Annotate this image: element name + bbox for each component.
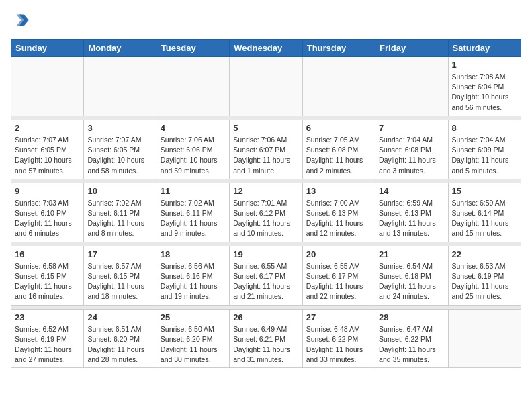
day-number: 11 [161, 186, 226, 196]
day-number: 28 [379, 312, 444, 322]
calendar-cell [302, 57, 375, 116]
calendar-cell: 23Sunrise: 6:52 AM Sunset: 6:19 PM Dayli… [11, 309, 84, 368]
calendar-week-row: 9Sunrise: 7:03 AM Sunset: 6:10 PM Daylig… [11, 183, 521, 242]
calendar-cell: 15Sunrise: 6:59 AM Sunset: 6:14 PM Dayli… [448, 183, 521, 242]
day-info: Sunrise: 7:06 AM Sunset: 6:06 PM Dayligh… [161, 135, 226, 176]
weekday-header-monday: Monday [84, 40, 157, 57]
logo [11, 11, 30, 34]
calendar-week-row: 2Sunrise: 7:07 AM Sunset: 6:05 PM Daylig… [11, 120, 521, 179]
day-number: 23 [15, 312, 80, 322]
day-info: Sunrise: 7:03 AM Sunset: 6:10 PM Dayligh… [15, 198, 80, 239]
day-number: 25 [161, 312, 226, 322]
day-info: Sunrise: 6:55 AM Sunset: 6:17 PM Dayligh… [306, 261, 371, 302]
day-number: 27 [306, 312, 371, 322]
calendar-cell [230, 57, 302, 116]
day-number: 12 [233, 186, 298, 196]
day-number: 2 [15, 123, 80, 133]
weekday-header-friday: Friday [375, 40, 448, 57]
weekday-header-thursday: Thursday [302, 40, 375, 57]
day-number: 8 [452, 123, 517, 133]
day-number: 6 [306, 123, 371, 133]
day-number: 19 [233, 249, 298, 259]
day-number: 17 [87, 249, 152, 259]
day-info: Sunrise: 7:01 AM Sunset: 6:12 PM Dayligh… [233, 198, 298, 239]
day-info: Sunrise: 6:56 AM Sunset: 6:16 PM Dayligh… [161, 261, 226, 302]
calendar-week-row: 23Sunrise: 6:52 AM Sunset: 6:19 PM Dayli… [11, 309, 521, 368]
weekday-header-saturday: Saturday [448, 40, 521, 57]
day-number: 16 [15, 249, 80, 259]
day-number: 10 [87, 186, 152, 196]
calendar-cell: 4Sunrise: 7:06 AM Sunset: 6:06 PM Daylig… [157, 120, 229, 179]
day-info: Sunrise: 7:00 AM Sunset: 6:13 PM Dayligh… [306, 198, 371, 239]
day-info: Sunrise: 6:57 AM Sunset: 6:15 PM Dayligh… [87, 261, 152, 302]
calendar-week-row: 16Sunrise: 6:58 AM Sunset: 6:15 PM Dayli… [11, 246, 521, 305]
calendar-cell: 16Sunrise: 6:58 AM Sunset: 6:15 PM Dayli… [11, 246, 84, 305]
weekday-header-wednesday: Wednesday [230, 40, 302, 57]
day-info: Sunrise: 7:08 AM Sunset: 6:04 PM Dayligh… [452, 72, 517, 113]
day-number: 21 [379, 249, 444, 259]
calendar-cell: 10Sunrise: 7:02 AM Sunset: 6:11 PM Dayli… [84, 183, 157, 242]
calendar-cell [84, 57, 157, 116]
day-number: 14 [379, 186, 444, 196]
calendar-cell: 18Sunrise: 6:56 AM Sunset: 6:16 PM Dayli… [157, 246, 229, 305]
calendar-cell: 8Sunrise: 7:04 AM Sunset: 6:09 PM Daylig… [448, 120, 521, 179]
calendar-cell: 9Sunrise: 7:03 AM Sunset: 6:10 PM Daylig… [11, 183, 84, 242]
day-number: 24 [87, 312, 152, 322]
calendar-cell: 13Sunrise: 7:00 AM Sunset: 6:13 PM Dayli… [302, 183, 375, 242]
day-number: 9 [15, 186, 80, 196]
calendar-cell: 2Sunrise: 7:07 AM Sunset: 6:05 PM Daylig… [11, 120, 84, 179]
weekday-header-row: SundayMondayTuesdayWednesdayThursdayFrid… [11, 40, 521, 57]
calendar-cell: 12Sunrise: 7:01 AM Sunset: 6:12 PM Dayli… [230, 183, 302, 242]
calendar-table: SundayMondayTuesdayWednesdayThursdayFrid… [11, 39, 521, 368]
day-number: 22 [452, 249, 517, 259]
weekday-header-tuesday: Tuesday [157, 40, 229, 57]
day-info: Sunrise: 6:59 AM Sunset: 6:14 PM Dayligh… [452, 198, 517, 239]
day-info: Sunrise: 7:07 AM Sunset: 6:05 PM Dayligh… [87, 135, 152, 176]
calendar-cell [448, 309, 521, 368]
day-info: Sunrise: 6:54 AM Sunset: 6:18 PM Dayligh… [379, 261, 444, 302]
day-info: Sunrise: 6:47 AM Sunset: 6:22 PM Dayligh… [379, 324, 444, 365]
logo-icon [11, 11, 30, 30]
calendar-cell: 27Sunrise: 6:48 AM Sunset: 6:22 PM Dayli… [302, 309, 375, 368]
day-info: Sunrise: 6:55 AM Sunset: 6:17 PM Dayligh… [233, 261, 298, 302]
calendar-cell [157, 57, 229, 116]
day-info: Sunrise: 6:49 AM Sunset: 6:21 PM Dayligh… [233, 324, 298, 365]
day-info: Sunrise: 7:04 AM Sunset: 6:09 PM Dayligh… [452, 135, 517, 176]
calendar-cell: 24Sunrise: 6:51 AM Sunset: 6:20 PM Dayli… [84, 309, 157, 368]
day-info: Sunrise: 7:06 AM Sunset: 6:07 PM Dayligh… [233, 135, 298, 176]
calendar-cell: 6Sunrise: 7:05 AM Sunset: 6:08 PM Daylig… [302, 120, 375, 179]
day-info: Sunrise: 6:50 AM Sunset: 6:20 PM Dayligh… [161, 324, 226, 365]
day-info: Sunrise: 6:58 AM Sunset: 6:15 PM Dayligh… [15, 261, 80, 302]
calendar-cell: 5Sunrise: 7:06 AM Sunset: 6:07 PM Daylig… [230, 120, 302, 179]
calendar-week-row: 1Sunrise: 7:08 AM Sunset: 6:04 PM Daylig… [11, 57, 521, 116]
day-info: Sunrise: 7:07 AM Sunset: 6:05 PM Dayligh… [15, 135, 80, 176]
calendar-cell: 19Sunrise: 6:55 AM Sunset: 6:17 PM Dayli… [230, 246, 302, 305]
day-number: 13 [306, 186, 371, 196]
day-info: Sunrise: 7:04 AM Sunset: 6:08 PM Dayligh… [379, 135, 444, 176]
day-info: Sunrise: 7:05 AM Sunset: 6:08 PM Dayligh… [306, 135, 371, 176]
calendar-cell: 14Sunrise: 6:59 AM Sunset: 6:13 PM Dayli… [375, 183, 448, 242]
day-number: 1 [452, 60, 517, 70]
day-number: 5 [233, 123, 298, 133]
calendar-cell [375, 57, 448, 116]
day-number: 26 [233, 312, 298, 322]
calendar-cell: 28Sunrise: 6:47 AM Sunset: 6:22 PM Dayli… [375, 309, 448, 368]
weekday-header-sunday: Sunday [11, 40, 84, 57]
calendar-cell: 11Sunrise: 7:02 AM Sunset: 6:11 PM Dayli… [157, 183, 229, 242]
day-info: Sunrise: 6:53 AM Sunset: 6:19 PM Dayligh… [452, 261, 517, 302]
day-info: Sunrise: 7:02 AM Sunset: 6:11 PM Dayligh… [87, 198, 152, 239]
calendar-cell: 25Sunrise: 6:50 AM Sunset: 6:20 PM Dayli… [157, 309, 229, 368]
calendar-cell: 20Sunrise: 6:55 AM Sunset: 6:17 PM Dayli… [302, 246, 375, 305]
calendar-cell: 17Sunrise: 6:57 AM Sunset: 6:15 PM Dayli… [84, 246, 157, 305]
calendar-cell [11, 57, 84, 116]
day-info: Sunrise: 6:51 AM Sunset: 6:20 PM Dayligh… [87, 324, 152, 365]
calendar-cell: 7Sunrise: 7:04 AM Sunset: 6:08 PM Daylig… [375, 120, 448, 179]
day-info: Sunrise: 6:48 AM Sunset: 6:22 PM Dayligh… [306, 324, 371, 365]
day-number: 20 [306, 249, 371, 259]
day-number: 15 [452, 186, 517, 196]
calendar-cell: 22Sunrise: 6:53 AM Sunset: 6:19 PM Dayli… [448, 246, 521, 305]
page-header [11, 11, 521, 34]
day-info: Sunrise: 6:59 AM Sunset: 6:13 PM Dayligh… [379, 198, 444, 239]
calendar-cell: 1Sunrise: 7:08 AM Sunset: 6:04 PM Daylig… [448, 57, 521, 116]
day-number: 4 [161, 123, 226, 133]
